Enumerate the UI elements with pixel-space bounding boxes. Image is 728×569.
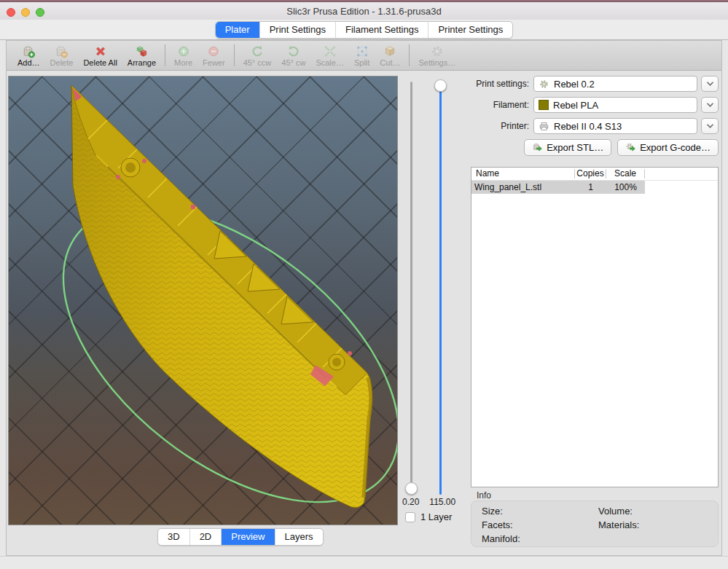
rotate-cw-button[interactable]: 45° cw	[276, 44, 310, 67]
layer-slider-zone: 0.20 115.00 1 Layer	[398, 76, 471, 542]
row-copies: 1	[575, 181, 606, 194]
export-gcode-icon	[625, 142, 636, 153]
printer-row: Printer: Rebel II 0.4 S13	[471, 118, 719, 134]
info-volume-label: Volume:	[598, 506, 708, 518]
toolbar-separator	[234, 44, 235, 66]
layer-slider-values: 0.20 115.00	[402, 497, 455, 507]
filament-dropdown-button[interactable]	[701, 97, 719, 113]
export-row: Export STL… Export G-code…	[471, 139, 719, 156]
column-header-name[interactable]: Name	[471, 169, 575, 178]
layer-slider-high-knob[interactable]	[434, 79, 447, 92]
print-settings-label: Print settings:	[471, 79, 529, 89]
split-button[interactable]: Split	[349, 44, 375, 67]
filament-label: Filament:	[471, 100, 529, 110]
printer-dropdown-button[interactable]	[701, 118, 719, 134]
filament-combo[interactable]: Rebel PLA	[533, 97, 697, 113]
table-row[interactable]: Wing_panel_L.stl 1 100%	[471, 181, 718, 194]
minimize-button[interactable]	[21, 8, 30, 17]
right-panel: Print settings: Rebel 0.2 Filament: Rebe…	[471, 76, 719, 549]
rotate-ccw-button[interactable]: 45° ccw	[238, 44, 277, 67]
tab-3d[interactable]: 3D	[158, 529, 190, 545]
wing-panel-model	[9, 76, 398, 525]
more-button[interactable]: More	[169, 44, 197, 67]
info-section-title: Info	[477, 490, 491, 501]
close-button[interactable]	[7, 8, 15, 17]
info-materials-label: Materials:	[598, 519, 708, 532]
export-stl-button[interactable]: Export STL…	[524, 139, 611, 156]
toolbar: Add… Delete Delete All	[7, 41, 721, 71]
preview-3d-viewport[interactable]	[8, 76, 398, 525]
tab-plater[interactable]: Plater	[216, 22, 260, 38]
tab-filament-settings[interactable]: Filament Settings	[336, 22, 428, 38]
layer-slider-high-track[interactable]	[439, 85, 442, 495]
delete-button[interactable]: Delete	[45, 44, 79, 67]
filament-row: Filament: Rebel PLA	[471, 97, 719, 113]
arrange-icon	[134, 44, 149, 58]
gear-icon	[539, 79, 549, 90]
print-settings-combo[interactable]: Rebel 0.2	[533, 76, 697, 92]
info-manifold-label: Manifold:	[482, 533, 598, 546]
tab-2d[interactable]: 2D	[190, 529, 222, 545]
more-icon	[176, 44, 191, 58]
tab-printer-settings[interactable]: Printer Settings	[428, 22, 512, 38]
arrange-button[interactable]: Arrange	[122, 44, 161, 67]
window-title: Slic3r Prusa Edition - 1.31.6-prusa3d	[286, 6, 441, 17]
column-header-filler	[645, 169, 718, 178]
one-layer-checkbox[interactable]	[405, 512, 415, 522]
add-icon	[21, 44, 36, 58]
rotate-cw-icon	[286, 44, 301, 58]
printer-label: Printer:	[471, 121, 529, 131]
cut-button[interactable]: Cut…	[375, 44, 405, 67]
export-stl-icon	[532, 142, 543, 153]
toolbar-separator	[409, 44, 410, 66]
rotate-ccw-icon	[250, 44, 265, 58]
plater-panel: Add… Delete Delete All	[6, 40, 722, 556]
settings-button[interactable]: Settings…	[413, 44, 461, 67]
print-settings-dropdown-button[interactable]	[701, 76, 719, 92]
layer-high-value: 115.00	[429, 497, 455, 507]
print-settings-row: Print settings: Rebel 0.2	[471, 76, 719, 92]
info-box: Size: Volume: Facets: Materials: Manifol…	[471, 501, 719, 547]
fewer-button[interactable]: Fewer	[197, 44, 230, 67]
export-gcode-button[interactable]: Export G-code…	[617, 139, 719, 156]
main-tabstrip: Plater Print Settings Filament Settings …	[0, 20, 728, 40]
column-header-copies[interactable]: Copies	[575, 169, 606, 178]
tab-preview[interactable]: Preview	[222, 529, 275, 545]
row-name: Wing_panel_L.stl	[471, 181, 575, 194]
tab-print-settings[interactable]: Print Settings	[260, 22, 336, 38]
info-size-label: Size:	[482, 506, 598, 518]
info-facets-label: Facets:	[482, 519, 598, 532]
layer-low-value: 0.20	[402, 497, 419, 507]
printer-value: Rebel II 0.4 S13	[554, 121, 622, 132]
layer-slider-low-track[interactable]	[410, 82, 412, 490]
fewer-icon	[206, 44, 221, 58]
split-icon	[355, 44, 369, 58]
printer-combo[interactable]: Rebel II 0.4 S13	[533, 118, 697, 134]
layer-slider-low-knob[interactable]	[405, 482, 418, 495]
object-list: Name Copies Scale Wing_panel_L.stl 1 100…	[471, 167, 719, 487]
delete-all-icon	[93, 44, 108, 58]
printer-icon	[539, 121, 549, 132]
delete-all-button[interactable]: Delete All	[78, 44, 122, 67]
filament-swatch	[539, 100, 549, 110]
main-tabs: Plater Print Settings Filament Settings …	[215, 21, 514, 39]
toolbar-separator	[165, 44, 165, 66]
add-button[interactable]: Add…	[12, 44, 45, 67]
zoom-button[interactable]	[36, 8, 44, 17]
filament-value: Rebel PLA	[553, 100, 598, 111]
object-list-header: Name Copies Scale	[471, 168, 718, 181]
scale-button[interactable]: Scale…	[310, 44, 349, 67]
view-mode-tabs: 3D 2D Preview Layers	[157, 528, 324, 546]
tab-layers[interactable]: Layers	[275, 529, 323, 545]
delete-icon	[54, 44, 69, 58]
traffic-lights	[7, 8, 44, 17]
print-settings-value: Rebel 0.2	[554, 79, 595, 90]
scale-icon	[323, 44, 337, 58]
column-header-scale[interactable]: Scale	[606, 169, 645, 178]
chevron-down-icon	[706, 81, 714, 87]
titlebar: Slic3r Prusa Edition - 1.31.6-prusa3d	[0, 2, 728, 20]
chevron-down-icon	[706, 123, 714, 129]
chevron-down-icon	[706, 102, 714, 108]
row-scale: 100%	[606, 181, 645, 194]
status-bar	[0, 556, 728, 569]
